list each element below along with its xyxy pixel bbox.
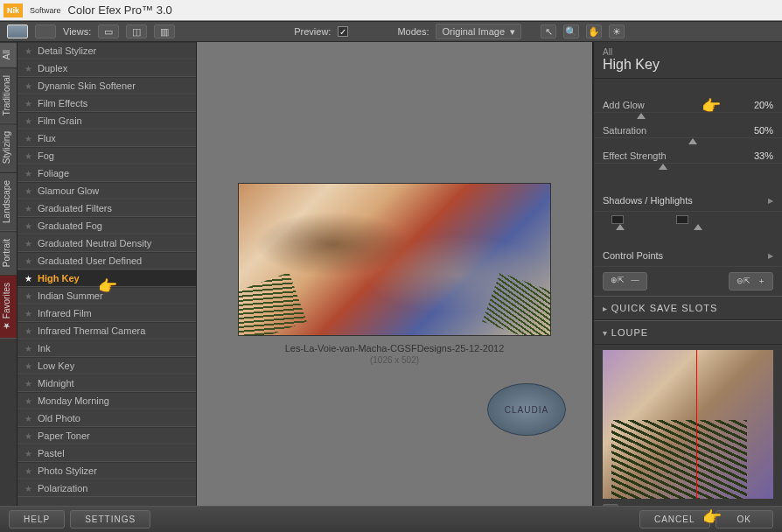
filter-label: Foliage: [38, 168, 69, 178]
tab-stylizing[interactable]: Stylizing: [0, 123, 17, 172]
settings-button[interactable]: SETTINGS: [70, 510, 150, 528]
watermark-text: CLAUDIA: [505, 405, 548, 415]
filter-item[interactable]: ★Low Key: [17, 357, 196, 374]
main: AllTraditionalStylizingLandscapePortrait…: [0, 42, 782, 506]
filter-item[interactable]: ★Polarization: [17, 480, 196, 497]
views-label: Views:: [63, 26, 91, 37]
param-row: Saturation50%: [594, 122, 782, 138]
star-icon: ★: [24, 274, 32, 284]
shadow-color-swatch[interactable]: [611, 215, 624, 224]
light-icon[interactable]: ☀: [609, 24, 625, 38]
filter-label: Midnight: [38, 378, 74, 388]
category-tabs: AllTraditionalStylizingLandscapePortrait…: [0, 42, 17, 506]
loupe-view[interactable]: [603, 350, 773, 499]
filter-label: Detail Stylizer: [38, 46, 96, 56]
filter-label: Polarization: [38, 483, 87, 494]
filter-item[interactable]: ★Graduated User Defined: [17, 252, 196, 270]
star-icon: ★: [24, 221, 32, 231]
panel-category: All: [603, 47, 773, 57]
add-positive-cp-button[interactable]: ⊕⇱ —: [603, 272, 647, 290]
star-icon: ★: [24, 361, 32, 371]
tab-all[interactable]: All: [0, 42, 17, 67]
param-row: Add Glow20%: [594, 96, 782, 113]
filter-item[interactable]: ★Graduated Neutral Density: [17, 234, 196, 252]
filter-item[interactable]: ★Detail Stylizer: [17, 42, 196, 60]
slider-handle[interactable]: [694, 224, 702, 230]
pointer-icon[interactable]: ↖: [541, 24, 556, 38]
section-label: Control Points: [603, 250, 663, 261]
loupe-crosshair: [696, 350, 697, 499]
filter-label: Film Grain: [38, 116, 82, 126]
image-dimensions: (1026 x 502): [370, 355, 419, 365]
add-negative-cp-button[interactable]: ⊖⇱ ＋: [729, 272, 773, 290]
filter-item[interactable]: ★Indian Summer: [17, 287, 196, 304]
filter-item[interactable]: ★Infrared Thermal Camera: [17, 322, 196, 340]
filter-label: Old Photo: [38, 413, 80, 424]
layout1-icon[interactable]: ▭: [98, 24, 119, 38]
layout3-icon[interactable]: ▥: [154, 24, 175, 38]
tab-favorites[interactable]: ★ Favorites: [0, 275, 17, 339]
slider-handle[interactable]: [637, 113, 646, 119]
param-label: Add Glow: [603, 100, 645, 110]
shadows-highlights-section[interactable]: Shadows / Highlights▶: [594, 190, 782, 212]
filter-item[interactable]: ★Graduated Filters: [17, 200, 196, 217]
slider-handle[interactable]: [688, 138, 697, 144]
filter-item[interactable]: ★Fog: [17, 147, 196, 164]
filter-item[interactable]: ★Film Grain: [17, 112, 196, 130]
filter-item[interactable]: ★Film Effects: [17, 94, 196, 112]
highlight-color-swatch[interactable]: [676, 215, 688, 224]
param-row: Effect Strength33%: [594, 147, 782, 164]
filter-item[interactable]: ★Ink: [17, 340, 196, 357]
preview-checkbox[interactable]: ✓: [338, 26, 348, 37]
hand-icon[interactable]: ✋: [586, 24, 602, 38]
filter-label: Graduated Filters: [38, 203, 112, 214]
filter-item[interactable]: ★Graduated Fog: [17, 217, 196, 234]
filter-label: Graduated Fog: [38, 220, 102, 231]
help-button[interactable]: HELP: [9, 510, 65, 528]
filter-label: Glamour Glow: [38, 186, 99, 196]
tab-traditional[interactable]: Traditional: [0, 67, 17, 123]
view-single-icon[interactable]: [7, 24, 28, 38]
brand-sub: Software: [30, 6, 61, 15]
filter-label: Monday Morning: [38, 396, 109, 406]
filter-item[interactable]: ★Duplex: [17, 60, 196, 77]
layout2-icon[interactable]: ◫: [126, 24, 147, 38]
control-points-section[interactable]: Control Points▶: [594, 245, 782, 267]
filter-item[interactable]: ★High Key: [17, 270, 196, 287]
ok-button[interactable]: OK: [716, 510, 773, 528]
loupe-accordion[interactable]: ▾ LOUPE: [594, 320, 782, 345]
decor: [611, 420, 747, 499]
modes-dropdown[interactable]: Original Image▾: [436, 24, 521, 39]
star-icon: ★: [24, 151, 32, 161]
expand-icon: ▶: [768, 252, 773, 260]
filter-item[interactable]: ★Infrared Film: [17, 304, 196, 322]
param-label: Saturation: [603, 125, 646, 136]
preview-label: Preview:: [294, 26, 331, 37]
filter-item[interactable]: ★Photo Stylizer: [17, 462, 196, 480]
tab-portrait[interactable]: Portrait: [0, 231, 17, 275]
filter-list[interactable]: ★Detail Stylizer★Duplex★Dynamic Skin Sof…: [17, 42, 197, 506]
filter-item[interactable]: ★Dynamic Skin Softener: [17, 77, 196, 94]
tab-landscape[interactable]: Landscape: [0, 172, 17, 231]
star-icon: ★: [24, 204, 32, 214]
filter-item[interactable]: ★Glamour Glow: [17, 182, 196, 200]
quick-save-accordion[interactable]: ▸ QUICK SAVE SLOTS: [594, 296, 782, 320]
cancel-button[interactable]: CANCEL: [639, 510, 710, 528]
slider-handle[interactable]: [659, 164, 667, 170]
filter-item[interactable]: ★Pastel: [17, 444, 196, 462]
star-icon: ★: [24, 309, 32, 318]
param-value: 50%: [754, 125, 773, 136]
filter-item[interactable]: ★Foliage: [17, 164, 196, 182]
view-split-icon[interactable]: [35, 24, 56, 38]
filter-item[interactable]: ★Midnight: [17, 374, 196, 392]
filter-item[interactable]: ★Old Photo: [17, 410, 196, 427]
filter-item[interactable]: ★Paper Toner: [17, 427, 196, 444]
slider-handle[interactable]: [616, 224, 625, 230]
star-icon: ★: [24, 116, 32, 126]
zoom-icon[interactable]: 🔍: [563, 24, 579, 38]
star-icon: ★: [24, 431, 32, 441]
star-icon: ★: [24, 81, 32, 91]
filter-item[interactable]: ★Monday Morning: [17, 392, 196, 410]
filter-item[interactable]: ★Flux: [17, 130, 196, 147]
param-label: Effect Strength: [603, 150, 667, 161]
